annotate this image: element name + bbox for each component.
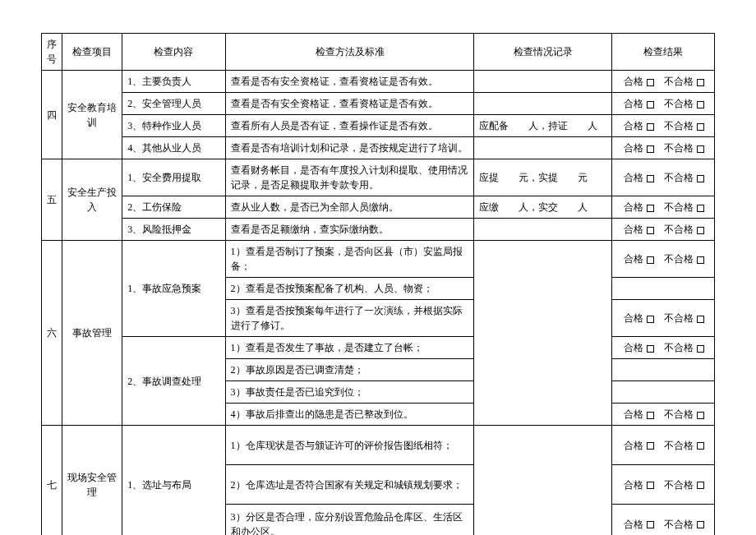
table-row: 4、其他从业人员 查看是否有培训计划和记录，是否按规定进行了培训。 合格不合格 (42, 137, 715, 159)
method-cell: 查看是否足额缴纳，查实际缴纳数。 (225, 219, 474, 241)
content-cell: 3、特种作业人员 (122, 115, 225, 137)
fail-checkbox[interactable] (697, 123, 704, 131)
record-cell (474, 137, 611, 159)
method-cell: 2）仓库选址是否符合国家有关规定和城镇规划要求； (225, 465, 474, 505)
pass-checkbox[interactable] (647, 227, 654, 234)
fail-checkbox[interactable] (697, 175, 704, 182)
content-cell: 1、主要负责人 (122, 71, 225, 93)
record-cell (474, 71, 611, 93)
result-cell: 合格不合格 (611, 241, 714, 278)
record-cell (474, 426, 611, 536)
pass-checkbox[interactable] (647, 316, 654, 323)
table-row: 3、风险抵押金 查看是否足额缴纳，查实际缴纳数。 合格不合格 (42, 219, 715, 241)
header-item: 检查项目 (62, 34, 122, 71)
content-cell: 1、安全费用提取 (122, 159, 225, 196)
result-cell: 合格不合格 (611, 71, 714, 93)
result-cell: 合格不合格 (611, 159, 714, 196)
method-cell: 查看是否有安全资格证，查看资格证是否有效。 (225, 93, 474, 115)
table-row: 2、事故调查处理 1）查看是否发生了事故，是否建立了台帐； 合格不合格 (42, 337, 715, 359)
content-cell: 2、工伤保险 (122, 196, 225, 219)
item-cell: 安全教育培训 (62, 71, 122, 159)
result-cell: 合格不合格 (611, 196, 714, 219)
pass-checkbox[interactable] (647, 345, 654, 353)
pass-checkbox[interactable] (647, 101, 654, 108)
method-cell: 3）查看是否按预案每年进行了一次演练，并根据实际进行了修订。 (225, 300, 474, 337)
content-cell: 2、安全管理人员 (122, 93, 225, 115)
table-row: 七 现场安全管理 1、选址与布局 1）仓库现状是否与颁证许可的评价报告图纸相符；… (42, 426, 715, 465)
method-cell: 查从业人数，是否已为全部人员缴纳。 (225, 196, 474, 219)
header-seq: 序号 (42, 34, 62, 71)
method-cell: 查看财务帐目，是否有年度投入计划和提取、使用情况记录，是否足额提取并专款专用。 (225, 159, 474, 196)
record-cell: 应配备 人，持证 人 (474, 115, 611, 137)
fail-checkbox[interactable] (697, 442, 704, 450)
record-cell: 应提 元，实提 元 (474, 159, 611, 196)
fail-checkbox[interactable] (697, 345, 704, 353)
result-cell: 合格不合格 (611, 219, 714, 241)
fail-checkbox[interactable] (697, 205, 704, 212)
record-cell (474, 93, 611, 115)
pass-checkbox[interactable] (647, 79, 654, 86)
fail-checkbox[interactable] (697, 316, 704, 323)
method-cell: 查看是否有安全资格证，查看资格证是否有效。 (225, 71, 474, 93)
record-cell (474, 219, 611, 241)
result-cell (611, 381, 714, 404)
table-row: 六 事故管理 1、事故应急预案 1）查看是否制订了预案，是否向区县（市）安监局报… (42, 241, 715, 278)
method-cell: 查看是否有培训计划和记录，是否按规定进行了培训。 (225, 137, 474, 159)
item-cell: 安全生产投入 (62, 159, 122, 241)
table-row: 3、特种作业人员 查看所有人员是否有证，查看操作证是否有效。 应配备 人，持证 … (42, 115, 715, 137)
result-cell: 合格不合格 (611, 337, 714, 359)
result-cell: 合格不合格 (611, 115, 714, 137)
fail-checkbox[interactable] (697, 145, 704, 153)
method-cell: 2）查看是否按预案配备了机构、人员、物资； (225, 278, 474, 300)
fail-checkbox[interactable] (697, 256, 704, 264)
fail-checkbox[interactable] (697, 101, 704, 108)
method-cell: 1）查看是否制订了预案，是否向区县（市）安监局报备； (225, 241, 474, 278)
header-record: 检查情况记录 (474, 34, 611, 71)
method-cell: 2）事故原因是否已调查清楚； (225, 359, 474, 381)
fail-checkbox[interactable] (697, 412, 704, 419)
fail-checkbox[interactable] (697, 521, 704, 528)
record-cell: 应缴 人，实交 人 (474, 196, 611, 219)
pass-checkbox[interactable] (647, 205, 654, 212)
result-cell: 合格不合格 (611, 93, 714, 115)
content-cell: 3、风险抵押金 (122, 219, 225, 241)
seq-cell: 七 (42, 426, 62, 536)
fail-checkbox[interactable] (697, 227, 704, 234)
seq-cell: 六 (42, 241, 62, 426)
inspection-table: 序号 检查项目 检查内容 检查方法及标准 检查情况记录 检查结果 四 安全教育培… (41, 33, 715, 535)
fail-checkbox[interactable] (697, 482, 704, 489)
pass-checkbox[interactable] (647, 123, 654, 131)
seq-cell: 五 (42, 159, 62, 241)
header-method: 检查方法及标准 (225, 34, 474, 71)
pass-checkbox[interactable] (647, 521, 654, 528)
pass-checkbox[interactable] (647, 482, 654, 489)
pass-checkbox[interactable] (647, 442, 654, 450)
content-cell: 2、事故调查处理 (122, 337, 225, 426)
pass-checkbox[interactable] (647, 145, 654, 153)
seq-cell: 四 (42, 71, 62, 159)
header-result: 检查结果 (611, 34, 714, 71)
method-cell: 4）事故后排查出的隐患是否已整改到位。 (225, 404, 474, 426)
item-cell: 事故管理 (62, 241, 122, 426)
result-cell: 合格不合格 (611, 404, 714, 426)
record-cell (474, 241, 611, 426)
result-cell: 合格不合格 (611, 300, 714, 337)
table-row: 2、工伤保险 查从业人数，是否已为全部人员缴纳。 应缴 人，实交 人 合格不合格 (42, 196, 715, 219)
content-cell: 1、选址与布局 (122, 426, 225, 536)
result-cell: 合格不合格 (611, 426, 714, 465)
method-cell: 3）分区是否合理，应分别设置危险品仓库区、生活区和办公区。 (225, 505, 474, 536)
method-cell: 查看所有人员是否有证，查看操作证是否有效。 (225, 115, 474, 137)
pass-checkbox[interactable] (647, 412, 654, 419)
table-header-row: 序号 检查项目 检查内容 检查方法及标准 检查情况记录 检查结果 (42, 34, 715, 71)
fail-checkbox[interactable] (697, 79, 704, 86)
result-cell (611, 278, 714, 300)
header-content: 检查内容 (122, 34, 225, 71)
result-cell (611, 359, 714, 381)
table-row: 四 安全教育培训 1、主要负责人 查看是否有安全资格证，查看资格证是否有效。 合… (42, 71, 715, 93)
pass-checkbox[interactable] (647, 256, 654, 264)
result-cell: 合格不合格 (611, 505, 714, 536)
table-row: 五 安全生产投入 1、安全费用提取 查看财务帐目，是否有年度投入计划和提取、使用… (42, 159, 715, 196)
table-row: 2、安全管理人员 查看是否有安全资格证，查看资格证是否有效。 合格不合格 (42, 93, 715, 115)
pass-checkbox[interactable] (647, 175, 654, 182)
result-cell: 合格不合格 (611, 465, 714, 505)
